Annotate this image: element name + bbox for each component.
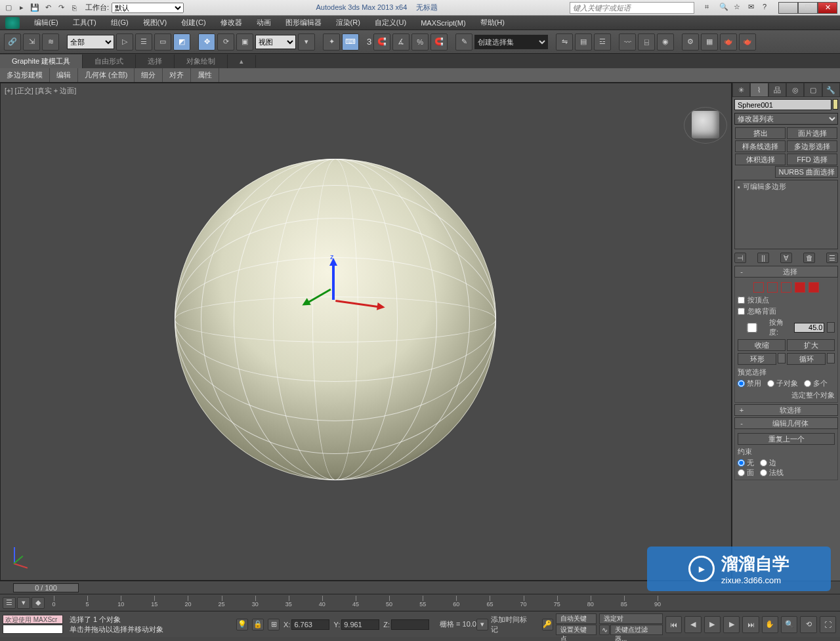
app-menu-icon[interactable]	[5, 17, 20, 29]
autokey-button[interactable]: 自动关键点	[556, 613, 597, 624]
render-setup-icon[interactable]: ⚙	[682, 33, 699, 51]
ribbon-panel-subdiv[interactable]: 细分	[135, 68, 163, 82]
repeat-last-button[interactable]: 重复上一个	[738, 433, 835, 445]
nav-pan-icon[interactable]: ✋	[762, 616, 778, 633]
keyboard-shortcut-icon[interactable]: ⌨	[342, 33, 359, 51]
key-icon[interactable]: 🔑	[542, 619, 554, 631]
named-selection-set[interactable]: 创建选择集	[474, 35, 548, 49]
select-region-icon[interactable]: ▭	[154, 33, 171, 51]
ribbon-collapse-icon[interactable]: ▴	[228, 55, 256, 68]
track-bar[interactable]: ☰ ▾ ◆ 0510152025303540455055606570758085…	[0, 594, 840, 611]
cmd-tab-modify-icon[interactable]: ⌇	[750, 83, 768, 97]
time-slider-thumb[interactable]: 0 / 100	[13, 583, 79, 592]
ribbon-panel-align[interactable]: 对齐	[163, 68, 191, 82]
menu-graph[interactable]: 图形编辑器	[279, 18, 328, 28]
nav-maximize-icon[interactable]: ⛶	[820, 616, 836, 633]
ribbon-panel-geom[interactable]: 几何体 (全部)	[78, 68, 135, 82]
maxscript-listener[interactable]: 欢迎使用 MAXScr	[3, 615, 63, 624]
timetag-icon[interactable]: ▾	[476, 619, 488, 631]
pivot-icon[interactable]: ▾	[298, 33, 315, 51]
cmd-tab-display-icon[interactable]: ▢	[804, 83, 822, 97]
select-name-icon[interactable]: ☰	[135, 33, 152, 51]
undo-icon[interactable]: ↶	[42, 2, 54, 14]
gizmo-z-axis[interactable]	[332, 260, 335, 300]
constraint-none-radio[interactable]	[738, 459, 745, 466]
percent-snap-icon[interactable]: %	[411, 33, 429, 51]
object-name-input[interactable]	[734, 99, 831, 110]
link-icon[interactable]: 🔗	[4, 33, 21, 51]
menu-create[interactable]: 创建(C)	[175, 18, 212, 28]
redo-icon[interactable]: ↷	[55, 2, 67, 14]
prev-frame-icon[interactable]: ◀	[684, 616, 701, 633]
menu-anim[interactable]: 动画	[250, 18, 278, 28]
coord-z-input[interactable]	[391, 619, 429, 630]
so-vertex-icon[interactable]	[753, 282, 764, 293]
rollout-editgeo-header[interactable]: -编辑几何体	[734, 417, 838, 429]
by-angle-spinner[interactable]	[827, 322, 835, 333]
schematic-icon[interactable]: ⌸	[638, 33, 655, 51]
layer-icon[interactable]: ☲	[594, 33, 611, 51]
commcenter-icon[interactable]: ✉	[748, 3, 759, 13]
stack-item-editable-poly[interactable]: 可编辑多边形	[743, 182, 786, 192]
trackbar-filter-icon[interactable]: ▾	[17, 597, 30, 609]
preview-disable-radio[interactable]	[738, 380, 745, 387]
so-polygon-icon[interactable]	[795, 282, 805, 293]
menu-views[interactable]: 视图(V)	[136, 18, 174, 28]
cmd-tab-motion-icon[interactable]: ◎	[786, 83, 804, 97]
mirror-icon[interactable]: ⇋	[556, 33, 573, 51]
ribbon-tab-freeform[interactable]: 自由形式	[83, 54, 136, 68]
menu-modifiers[interactable]: 修改器	[214, 18, 249, 28]
menu-maxscript[interactable]: MAXScript(M)	[414, 19, 472, 27]
nav-zoom-icon[interactable]: 🔍	[781, 616, 797, 633]
workspace-select[interactable]: 默认	[112, 3, 184, 13]
curve-editor-icon[interactable]: 〰	[619, 33, 636, 51]
coord-y-input[interactable]	[341, 619, 379, 630]
rotate-icon[interactable]: ⟳	[217, 33, 234, 51]
timetag-label[interactable]: 添加时间标记	[491, 615, 533, 634]
configure-sets-icon[interactable]: ☰	[826, 253, 838, 263]
preview-subobj-radio[interactable]	[767, 380, 774, 387]
coord-x-input[interactable]	[291, 619, 329, 630]
ignore-backfacing-checkbox[interactable]	[738, 308, 745, 315]
community-icon[interactable]: ☆	[734, 3, 744, 13]
mod-btn-ffdsel[interactable]: FFD 选择	[787, 154, 837, 165]
goto-end-icon[interactable]: ⏭	[742, 616, 759, 633]
viewport-label[interactable]: [+] [正交] [真实 + 边面]	[5, 86, 76, 96]
menu-help[interactable]: 帮助(H)	[474, 18, 511, 28]
search-icon[interactable]: 🔍	[719, 3, 730, 13]
constraint-edge-radio[interactable]	[760, 459, 767, 466]
menu-tools[interactable]: 工具(T)	[66, 18, 103, 28]
mod-btn-volsel[interactable]: 体积选择	[735, 154, 786, 165]
new-icon[interactable]: ▢	[3, 2, 14, 14]
ribbon-tab-graphite[interactable]: Graphite 建模工具	[0, 54, 83, 68]
search-input[interactable]	[570, 2, 694, 14]
render-preset-icon[interactable]: 🫖	[739, 33, 756, 51]
cmd-tab-create-icon[interactable]: ✳	[732, 83, 750, 97]
align-icon[interactable]: ▤	[575, 33, 592, 51]
next-frame-icon[interactable]: ▶	[723, 616, 740, 633]
mod-btn-polysel[interactable]: 多边形选择	[787, 140, 837, 152]
nav-orbit-icon[interactable]: ⟲	[800, 616, 816, 633]
by-angle-checkbox[interactable]	[738, 323, 766, 333]
selection-lock-icon[interactable]: 🔒	[252, 619, 264, 631]
shrink-button[interactable]: 收缩	[738, 339, 786, 351]
show-end-result-icon[interactable]: ||	[757, 253, 769, 263]
window-crossing-icon[interactable]: ◩	[173, 33, 190, 51]
manipulate-icon[interactable]: ✦	[323, 33, 340, 51]
so-edge-icon[interactable]	[767, 282, 778, 293]
loop-spinner[interactable]	[827, 353, 835, 363]
snap-toggle-icon[interactable]: 🧲	[373, 33, 390, 51]
ring-spinner[interactable]	[778, 353, 786, 363]
grow-button[interactable]: 扩大	[787, 339, 835, 351]
object-color-swatch[interactable]	[833, 99, 838, 110]
modifier-list[interactable]: 修改器列表	[734, 113, 838, 125]
by-vertex-checkbox[interactable]	[738, 297, 745, 304]
exchange-icon[interactable]: ⌗	[705, 3, 715, 13]
ribbon-panel-edit[interactable]: 编辑	[50, 68, 78, 82]
scale-icon[interactable]: ▣	[236, 33, 253, 51]
project-icon[interactable]: ⎘	[68, 2, 80, 14]
maxscript-input[interactable]	[3, 625, 63, 634]
mod-btn-extrude[interactable]: 挤出	[735, 127, 786, 139]
trackbar-key-icon[interactable]: ◆	[32, 597, 45, 609]
mod-btn-nurbs[interactable]: NURBS 曲面选择	[775, 166, 838, 178]
